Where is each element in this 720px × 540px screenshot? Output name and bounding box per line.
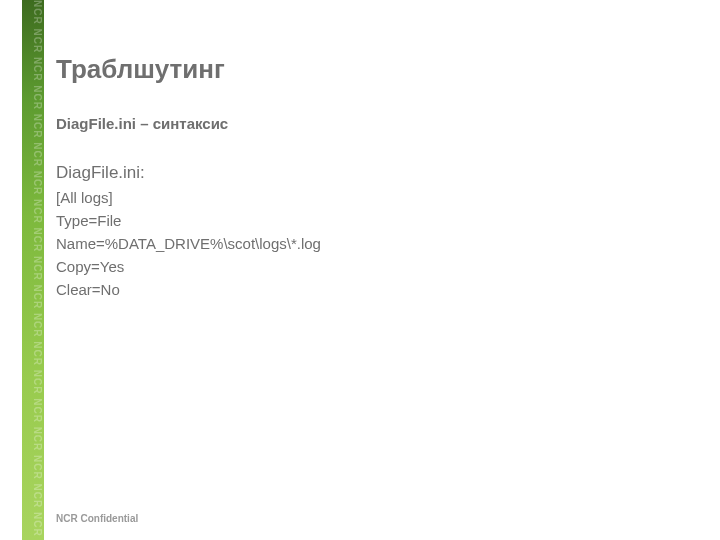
ini-line: Clear=No xyxy=(56,278,696,301)
footer-confidential: NCR Confidential xyxy=(56,513,138,524)
ini-line: [All logs] xyxy=(56,186,696,209)
ini-line: Type=File xyxy=(56,209,696,232)
brand-band: NCR NCR NCR NCR NCR NCR NCR NCR NCR NCR … xyxy=(22,0,44,540)
page-title: Траблшутинг xyxy=(56,54,696,85)
file-label: DiagFile.ini: xyxy=(56,160,696,186)
brand-band-text: NCR NCR NCR NCR NCR NCR NCR NCR NCR NCR … xyxy=(23,0,43,540)
ini-line: Name=%DATA_DRIVE%\scot\logs\*.log xyxy=(56,232,696,255)
page-subtitle: DiagFile.ini – синтаксис xyxy=(56,115,696,132)
ini-line: Copy=Yes xyxy=(56,255,696,278)
content-area: Траблшутинг DiagFile.ini – синтаксис Dia… xyxy=(56,54,696,301)
slide: NCR NCR NCR NCR NCR NCR NCR NCR NCR NCR … xyxy=(0,0,720,540)
ini-block: DiagFile.ini: [All logs] Type=File Name=… xyxy=(56,160,696,301)
